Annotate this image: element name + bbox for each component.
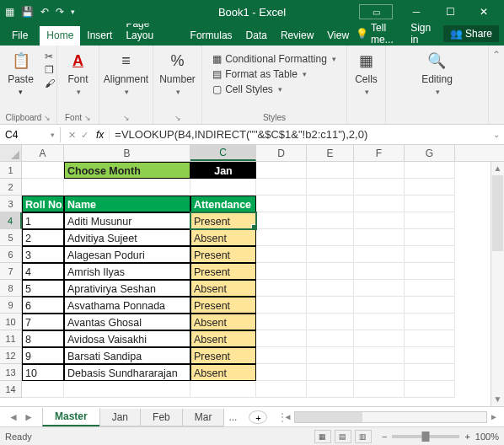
cell[interactable] <box>307 330 354 347</box>
normal-view-button[interactable]: ▦ <box>314 430 331 443</box>
cell[interactable] <box>405 364 455 381</box>
redo-icon[interactable]: ↷ <box>56 6 64 18</box>
cell-styles-button[interactable]: ▢Cell Styles <box>211 83 338 96</box>
tab-view[interactable]: View <box>320 26 356 46</box>
attendance-cell[interactable]: Present <box>190 347 256 364</box>
cell[interactable] <box>307 196 354 212</box>
column-header-D[interactable]: D <box>256 145 307 161</box>
row-header[interactable]: 14 <box>0 381 22 398</box>
cell[interactable] <box>64 179 190 196</box>
scroll-thumb[interactable] <box>492 175 503 251</box>
table-cell[interactable]: Barsati Sandipa <box>64 347 190 364</box>
cell[interactable] <box>405 229 455 246</box>
cell[interactable] <box>256 364 307 381</box>
paste-button[interactable]: 📋 Paste▾ <box>3 49 40 98</box>
format-painter-icon[interactable]: 🖌 <box>45 78 55 89</box>
cell[interactable] <box>307 212 354 229</box>
conditional-formatting-button[interactable]: ▦Conditional Formatting <box>211 52 338 66</box>
sheet-more-icon[interactable]: ... <box>223 411 242 423</box>
tab-insert[interactable]: Insert <box>80 26 119 46</box>
sheet-tab[interactable]: Feb <box>140 409 183 426</box>
horizontal-scrollbar[interactable]: ⋮ ◄► <box>274 411 504 423</box>
row-header[interactable]: 13 <box>0 364 22 381</box>
row-header[interactable]: 1 <box>0 162 22 179</box>
cell[interactable] <box>307 263 354 280</box>
undo-icon[interactable]: ↶ <box>40 6 49 18</box>
cell[interactable] <box>307 314 354 330</box>
attendance-cell[interactable]: Absent <box>190 280 256 297</box>
row-header[interactable]: 8 <box>0 280 22 297</box>
row-header[interactable]: 7 <box>0 263 22 280</box>
zoom-in-button[interactable]: + <box>464 432 469 442</box>
attendance-cell[interactable]: Present <box>190 212 256 229</box>
formula-bar[interactable]: =VLOOKUP(B4,INDIRECT(""&$C$1&"!b2:c11"),… <box>110 126 489 142</box>
name-box[interactable]: C4▾ <box>0 127 61 142</box>
sheet-tab-active[interactable]: Master <box>42 408 100 426</box>
cell[interactable] <box>22 162 64 179</box>
cell[interactable] <box>354 381 405 398</box>
row-header[interactable]: 3 <box>0 196 22 212</box>
cell[interactable] <box>405 212 455 229</box>
attendance-cell[interactable]: Absent <box>190 229 256 246</box>
cell[interactable] <box>307 162 354 179</box>
cell[interactable] <box>256 212 307 229</box>
worksheet-grid[interactable]: 1Choose MonthJan23Roll No.NameAttendance… <box>0 162 504 406</box>
zoom-level[interactable]: 100% <box>475 432 499 442</box>
cell[interactable] <box>354 263 405 280</box>
share-button[interactable]: 👥Share <box>443 25 499 42</box>
table-cell[interactable]: Advitiya Sujeet <box>64 229 190 246</box>
cell[interactable] <box>354 196 405 212</box>
cell[interactable] <box>354 179 405 196</box>
editing-group-button[interactable]: 🔍Editing <box>418 49 456 98</box>
selected-month-cell[interactable]: Jan <box>190 162 256 179</box>
sheet-nav-prev-icon[interactable]: ◄ <box>8 411 19 423</box>
sheet-tab[interactable]: Jan <box>99 409 141 426</box>
attendance-cell[interactable]: Absent <box>190 364 256 381</box>
maximize-button[interactable]: ☐ <box>433 0 467 24</box>
cell[interactable] <box>354 246 405 263</box>
table-cell[interactable]: 7 <box>22 314 64 330</box>
clipboard-launcher-icon[interactable]: ↘ <box>44 114 51 122</box>
scroll-up-icon[interactable]: ▲ <box>491 162 504 175</box>
table-cell[interactable]: 2 <box>22 229 64 246</box>
table-cell[interactable]: 10 <box>22 364 64 381</box>
cell[interactable] <box>256 246 307 263</box>
column-header-E[interactable]: E <box>307 145 354 161</box>
row-header[interactable]: 9 <box>0 297 22 314</box>
table-cell[interactable]: 1 <box>22 212 64 229</box>
column-header-A[interactable]: A <box>22 145 64 161</box>
cell[interactable] <box>190 381 256 398</box>
scroll-down-icon[interactable]: ▼ <box>491 393 504 406</box>
qat-dropdown-icon[interactable]: ▾ <box>71 8 75 16</box>
cell[interactable] <box>22 381 64 398</box>
row-header[interactable]: 4 <box>0 212 22 229</box>
cell[interactable] <box>307 229 354 246</box>
font-launcher-icon[interactable]: ↘ <box>84 114 91 122</box>
cell[interactable] <box>256 263 307 280</box>
alignment-launcher-icon[interactable]: ↘ <box>123 114 130 122</box>
tab-formulas[interactable]: Formulas <box>184 26 239 46</box>
table-cell[interactable]: 4 <box>22 263 64 280</box>
cell[interactable] <box>405 196 455 212</box>
cell[interactable] <box>405 314 455 330</box>
cell[interactable] <box>307 364 354 381</box>
cell[interactable] <box>256 347 307 364</box>
table-cell[interactable]: Aprativirya Seshan <box>64 280 190 297</box>
cell[interactable] <box>307 381 354 398</box>
cell[interactable] <box>64 381 190 398</box>
fx-icon[interactable]: fx <box>96 129 104 141</box>
table-cell[interactable]: 6 <box>22 297 64 314</box>
cell[interactable] <box>256 196 307 212</box>
cell[interactable] <box>405 381 455 398</box>
cell[interactable] <box>307 179 354 196</box>
cell[interactable] <box>405 280 455 297</box>
cell[interactable] <box>307 280 354 297</box>
cell[interactable] <box>22 179 64 196</box>
attendance-cell[interactable]: Present <box>190 297 256 314</box>
column-header-C[interactable]: C <box>190 145 256 161</box>
table-cell[interactable]: 5 <box>22 280 64 297</box>
minimize-button[interactable]: ─ <box>399 0 433 24</box>
cell[interactable] <box>307 246 354 263</box>
cell[interactable] <box>256 229 307 246</box>
cell[interactable] <box>354 347 405 364</box>
